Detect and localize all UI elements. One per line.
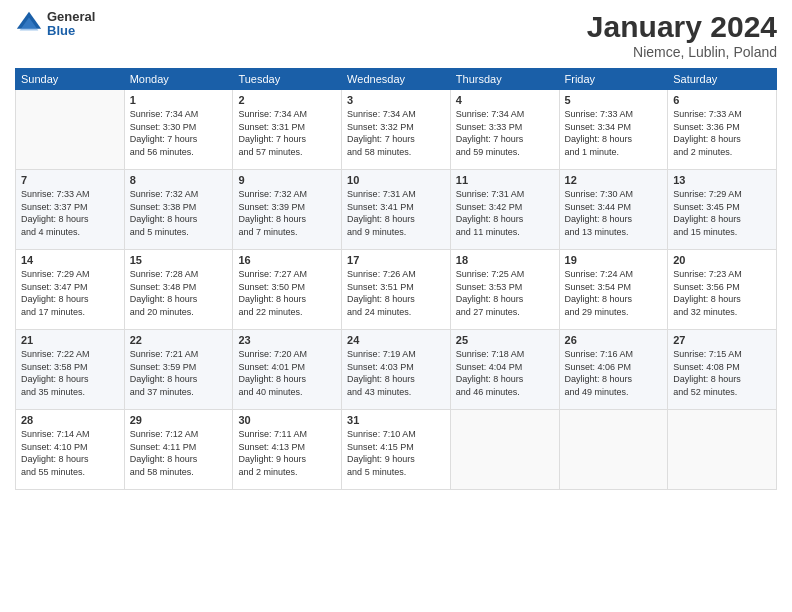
page: General Blue January 2024 Niemce, Lublin… [0, 0, 792, 612]
table-row: 20Sunrise: 7:23 AM Sunset: 3:56 PM Dayli… [668, 250, 777, 330]
day-info: Sunrise: 7:22 AM Sunset: 3:58 PM Dayligh… [21, 348, 119, 398]
col-sunday: Sunday [16, 69, 125, 90]
col-tuesday: Tuesday [233, 69, 342, 90]
day-number: 11 [456, 174, 554, 186]
logo-text: General Blue [47, 10, 95, 39]
table-row: 1Sunrise: 7:34 AM Sunset: 3:30 PM Daylig… [124, 90, 233, 170]
col-wednesday: Wednesday [342, 69, 451, 90]
day-info: Sunrise: 7:21 AM Sunset: 3:59 PM Dayligh… [130, 348, 228, 398]
day-number: 16 [238, 254, 336, 266]
day-info: Sunrise: 7:19 AM Sunset: 4:03 PM Dayligh… [347, 348, 445, 398]
day-number: 27 [673, 334, 771, 346]
day-number: 28 [21, 414, 119, 426]
day-info: Sunrise: 7:31 AM Sunset: 3:41 PM Dayligh… [347, 188, 445, 238]
day-number: 5 [565, 94, 663, 106]
day-info: Sunrise: 7:26 AM Sunset: 3:51 PM Dayligh… [347, 268, 445, 318]
table-row: 19Sunrise: 7:24 AM Sunset: 3:54 PM Dayli… [559, 250, 668, 330]
day-info: Sunrise: 7:18 AM Sunset: 4:04 PM Dayligh… [456, 348, 554, 398]
logo-blue-text: Blue [47, 24, 95, 38]
day-number: 25 [456, 334, 554, 346]
day-number: 31 [347, 414, 445, 426]
table-row [16, 90, 125, 170]
table-row: 12Sunrise: 7:30 AM Sunset: 3:44 PM Dayli… [559, 170, 668, 250]
calendar-header-row: Sunday Monday Tuesday Wednesday Thursday… [16, 69, 777, 90]
day-number: 2 [238, 94, 336, 106]
calendar-subtitle: Niemce, Lublin, Poland [587, 44, 777, 60]
day-number: 24 [347, 334, 445, 346]
day-info: Sunrise: 7:29 AM Sunset: 3:47 PM Dayligh… [21, 268, 119, 318]
header: General Blue January 2024 Niemce, Lublin… [15, 10, 777, 60]
table-row [559, 410, 668, 490]
day-info: Sunrise: 7:15 AM Sunset: 4:08 PM Dayligh… [673, 348, 771, 398]
day-number: 29 [130, 414, 228, 426]
table-row: 28Sunrise: 7:14 AM Sunset: 4:10 PM Dayli… [16, 410, 125, 490]
day-info: Sunrise: 7:25 AM Sunset: 3:53 PM Dayligh… [456, 268, 554, 318]
table-row [450, 410, 559, 490]
table-row: 4Sunrise: 7:34 AM Sunset: 3:33 PM Daylig… [450, 90, 559, 170]
day-info: Sunrise: 7:32 AM Sunset: 3:39 PM Dayligh… [238, 188, 336, 238]
col-saturday: Saturday [668, 69, 777, 90]
table-row: 16Sunrise: 7:27 AM Sunset: 3:50 PM Dayli… [233, 250, 342, 330]
table-row: 25Sunrise: 7:18 AM Sunset: 4:04 PM Dayli… [450, 330, 559, 410]
day-number: 4 [456, 94, 554, 106]
day-number: 1 [130, 94, 228, 106]
day-info: Sunrise: 7:24 AM Sunset: 3:54 PM Dayligh… [565, 268, 663, 318]
week-row-1: 1Sunrise: 7:34 AM Sunset: 3:30 PM Daylig… [16, 90, 777, 170]
day-info: Sunrise: 7:12 AM Sunset: 4:11 PM Dayligh… [130, 428, 228, 478]
table-row: 9Sunrise: 7:32 AM Sunset: 3:39 PM Daylig… [233, 170, 342, 250]
day-number: 8 [130, 174, 228, 186]
day-info: Sunrise: 7:20 AM Sunset: 4:01 PM Dayligh… [238, 348, 336, 398]
day-number: 13 [673, 174, 771, 186]
day-info: Sunrise: 7:34 AM Sunset: 3:32 PM Dayligh… [347, 108, 445, 158]
day-number: 7 [21, 174, 119, 186]
day-info: Sunrise: 7:31 AM Sunset: 3:42 PM Dayligh… [456, 188, 554, 238]
day-info: Sunrise: 7:29 AM Sunset: 3:45 PM Dayligh… [673, 188, 771, 238]
table-row: 7Sunrise: 7:33 AM Sunset: 3:37 PM Daylig… [16, 170, 125, 250]
table-row: 13Sunrise: 7:29 AM Sunset: 3:45 PM Dayli… [668, 170, 777, 250]
day-number: 15 [130, 254, 228, 266]
table-row: 26Sunrise: 7:16 AM Sunset: 4:06 PM Dayli… [559, 330, 668, 410]
table-row: 30Sunrise: 7:11 AM Sunset: 4:13 PM Dayli… [233, 410, 342, 490]
day-info: Sunrise: 7:30 AM Sunset: 3:44 PM Dayligh… [565, 188, 663, 238]
day-info: Sunrise: 7:14 AM Sunset: 4:10 PM Dayligh… [21, 428, 119, 478]
table-row: 31Sunrise: 7:10 AM Sunset: 4:15 PM Dayli… [342, 410, 451, 490]
table-row: 3Sunrise: 7:34 AM Sunset: 3:32 PM Daylig… [342, 90, 451, 170]
day-number: 12 [565, 174, 663, 186]
day-info: Sunrise: 7:33 AM Sunset: 3:37 PM Dayligh… [21, 188, 119, 238]
day-number: 23 [238, 334, 336, 346]
calendar-title: January 2024 [587, 10, 777, 44]
day-info: Sunrise: 7:33 AM Sunset: 3:36 PM Dayligh… [673, 108, 771, 158]
logo-icon [15, 10, 43, 38]
calendar-table: Sunday Monday Tuesday Wednesday Thursday… [15, 68, 777, 490]
day-info: Sunrise: 7:11 AM Sunset: 4:13 PM Dayligh… [238, 428, 336, 478]
week-row-2: 7Sunrise: 7:33 AM Sunset: 3:37 PM Daylig… [16, 170, 777, 250]
day-number: 14 [21, 254, 119, 266]
day-number: 10 [347, 174, 445, 186]
day-number: 22 [130, 334, 228, 346]
week-row-5: 28Sunrise: 7:14 AM Sunset: 4:10 PM Dayli… [16, 410, 777, 490]
week-row-4: 21Sunrise: 7:22 AM Sunset: 3:58 PM Dayli… [16, 330, 777, 410]
day-info: Sunrise: 7:23 AM Sunset: 3:56 PM Dayligh… [673, 268, 771, 318]
day-info: Sunrise: 7:34 AM Sunset: 3:31 PM Dayligh… [238, 108, 336, 158]
day-info: Sunrise: 7:27 AM Sunset: 3:50 PM Dayligh… [238, 268, 336, 318]
logo-general-text: General [47, 10, 95, 24]
day-number: 21 [21, 334, 119, 346]
day-info: Sunrise: 7:34 AM Sunset: 3:30 PM Dayligh… [130, 108, 228, 158]
table-row: 11Sunrise: 7:31 AM Sunset: 3:42 PM Dayli… [450, 170, 559, 250]
day-info: Sunrise: 7:32 AM Sunset: 3:38 PM Dayligh… [130, 188, 228, 238]
table-row: 23Sunrise: 7:20 AM Sunset: 4:01 PM Dayli… [233, 330, 342, 410]
col-friday: Friday [559, 69, 668, 90]
day-number: 20 [673, 254, 771, 266]
day-info: Sunrise: 7:34 AM Sunset: 3:33 PM Dayligh… [456, 108, 554, 158]
table-row: 22Sunrise: 7:21 AM Sunset: 3:59 PM Dayli… [124, 330, 233, 410]
logo: General Blue [15, 10, 95, 39]
col-monday: Monday [124, 69, 233, 90]
day-number: 3 [347, 94, 445, 106]
table-row: 24Sunrise: 7:19 AM Sunset: 4:03 PM Dayli… [342, 330, 451, 410]
title-section: January 2024 Niemce, Lublin, Poland [587, 10, 777, 60]
day-number: 19 [565, 254, 663, 266]
day-number: 9 [238, 174, 336, 186]
day-number: 26 [565, 334, 663, 346]
day-info: Sunrise: 7:33 AM Sunset: 3:34 PM Dayligh… [565, 108, 663, 158]
table-row: 21Sunrise: 7:22 AM Sunset: 3:58 PM Dayli… [16, 330, 125, 410]
